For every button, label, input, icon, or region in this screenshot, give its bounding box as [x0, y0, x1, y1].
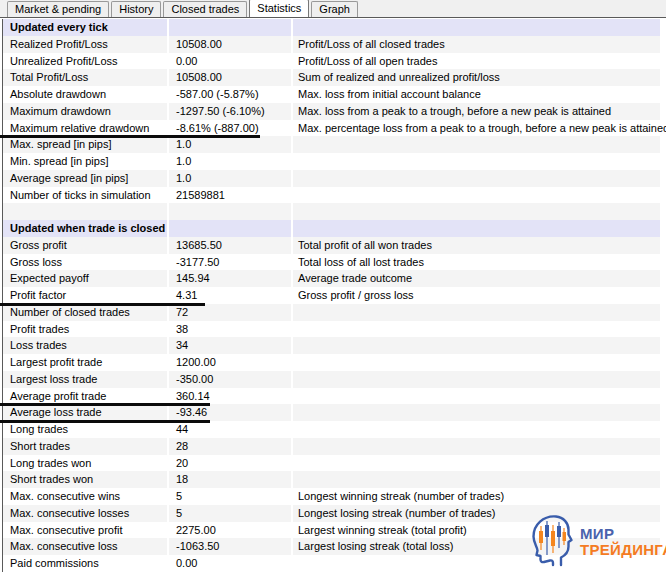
label-cell: Largest loss trade	[3, 371, 167, 388]
table-row: Profit factor4.31Gross profit / gross lo…	[3, 287, 660, 304]
annotation-underline	[0, 303, 205, 306]
description-cell	[291, 471, 660, 488]
description-cell	[291, 337, 660, 354]
value-cell: 28	[167, 438, 291, 455]
tab-closed-trades[interactable]: Closed trades	[163, 1, 247, 17]
label-cell: Max. consecutive wins	[3, 488, 167, 505]
annotation-underline	[0, 420, 210, 423]
label-cell: Average profit trade	[3, 388, 167, 405]
label-cell: Gross profit	[3, 237, 167, 254]
value-cell: 18	[167, 471, 291, 488]
description-cell	[291, 136, 660, 153]
tab-graph[interactable]: Graph	[311, 1, 358, 17]
table-row: Long trades44	[3, 421, 660, 438]
description-cell	[291, 455, 660, 472]
table-row: Loss trades34	[3, 337, 660, 354]
description-cell	[291, 19, 660, 36]
value-cell: -93.46	[167, 404, 291, 421]
description-cell	[291, 187, 660, 204]
table-row: Absolute drawdown-587.00 (-5.87%)Max. lo…	[3, 86, 660, 103]
description-cell	[291, 438, 660, 455]
label-cell: Expected payoff	[3, 270, 167, 287]
table-row: Max. spread [in pips]1.0	[3, 136, 660, 153]
table-row: Short trades28	[3, 438, 660, 455]
value-cell	[167, 203, 291, 220]
label-cell: Maximum drawdown	[3, 103, 167, 120]
table-row: Gross loss-3177.50Total loss of all lost…	[3, 254, 660, 271]
annotation-underline	[0, 403, 210, 406]
table-row: Number of closed trades72	[3, 304, 660, 321]
value-cell: 145.94	[167, 270, 291, 287]
label-cell: Unrealized Profit/Loss	[3, 53, 167, 70]
description-cell: Total profit of all won trades	[291, 237, 660, 254]
description-cell: Longest winning streak (number of trades…	[291, 488, 660, 505]
value-cell: -587.00 (-5.87%)	[167, 86, 291, 103]
description-cell: Average trade outcome	[291, 270, 660, 287]
table-row: Average loss trade-93.46	[3, 404, 660, 421]
description-cell	[291, 153, 660, 170]
table-row: Average profit trade360.14	[3, 388, 660, 405]
tab-statistics[interactable]: Statistics	[249, 0, 309, 17]
description-cell	[291, 321, 660, 338]
tab-history[interactable]: History	[111, 1, 161, 17]
table-row: Average spread [in pips]1.0	[3, 170, 660, 187]
value-cell: 20	[167, 455, 291, 472]
table-row: Realized Profit/Loss10508.00Profit/Loss …	[3, 36, 660, 53]
annotation-underline	[0, 135, 260, 138]
value-cell: 72	[167, 304, 291, 321]
label-cell: Profit factor	[3, 287, 167, 304]
value-cell: 1200.00	[167, 354, 291, 371]
label-cell: Loss trades	[3, 337, 167, 354]
value-cell: 0.00	[167, 555, 291, 572]
label-cell: Gross loss	[3, 254, 167, 271]
label-cell: Max. consecutive loss	[3, 538, 167, 555]
description-cell: Total loss of all lost trades	[291, 254, 660, 271]
tab-market-pending[interactable]: Market & pending	[7, 1, 109, 17]
table-row: Short trades won18	[3, 471, 660, 488]
table-row: Expected payoff145.94Average trade outco…	[3, 270, 660, 287]
value-cell: 44	[167, 421, 291, 438]
table-row: Total Profit/Loss10508.00Sum of realized…	[3, 69, 660, 86]
description-cell: Sum of realized and unrealized profit/lo…	[291, 69, 660, 86]
watermark-logo: МИР ТРЕЙДИНГА	[527, 514, 666, 570]
description-cell	[291, 170, 660, 187]
table-row: Number of ticks in simulation21589881	[3, 187, 660, 204]
value-cell: 38	[167, 321, 291, 338]
label-cell: Maximum relative drawdown	[3, 120, 167, 137]
logo-text-primary: МИР	[580, 526, 666, 542]
tab-bar: Market & pendingHistoryClosed tradesStat…	[0, 0, 666, 18]
description-cell	[291, 304, 660, 321]
description-cell	[291, 421, 660, 438]
description-cell	[291, 220, 660, 237]
table-row: Max. consecutive wins5Longest winning st…	[3, 488, 660, 505]
label-cell	[3, 203, 167, 220]
description-cell: Profit/Loss of all open trades	[291, 53, 660, 70]
value-cell: 34	[167, 337, 291, 354]
description-cell: Max. percentage loss from a peak to a tr…	[291, 120, 666, 137]
description-cell: Profit/Loss of all closed trades	[291, 36, 660, 53]
logo-text-secondary: ТРЕЙДИНГА	[580, 542, 666, 558]
label-cell: Long trades	[3, 421, 167, 438]
value-cell	[167, 220, 291, 237]
description-cell: Max. loss from initial account balance	[291, 86, 660, 103]
value-cell: 1.0	[167, 170, 291, 187]
section-header: Updated when trade is closed	[3, 220, 660, 237]
description-cell	[291, 404, 660, 421]
label-cell: Average spread [in pips]	[3, 170, 167, 187]
label-cell: Profit trades	[3, 321, 167, 338]
description-cell: Gross profit / gross loss	[291, 287, 660, 304]
section-header: Updated every tick	[3, 19, 660, 36]
label-cell: Max. consecutive profit	[3, 522, 167, 539]
label-cell: Total Profit/Loss	[3, 69, 167, 86]
value-cell: 1.0	[167, 136, 291, 153]
description-cell	[291, 354, 660, 371]
value-cell: -350.00	[167, 371, 291, 388]
label-cell: Number of closed trades	[3, 304, 167, 321]
trader-head-candlestick-icon	[527, 514, 575, 570]
label-cell: Largest profit trade	[3, 354, 167, 371]
value-cell: 10508.00	[167, 36, 291, 53]
table-row: Min. spread [in pips]1.0	[3, 153, 660, 170]
table-row: Profit trades38	[3, 321, 660, 338]
stats-table: Updated every tickRealized Profit/Loss10…	[2, 19, 660, 572]
table-row: Largest profit trade1200.00	[3, 354, 660, 371]
